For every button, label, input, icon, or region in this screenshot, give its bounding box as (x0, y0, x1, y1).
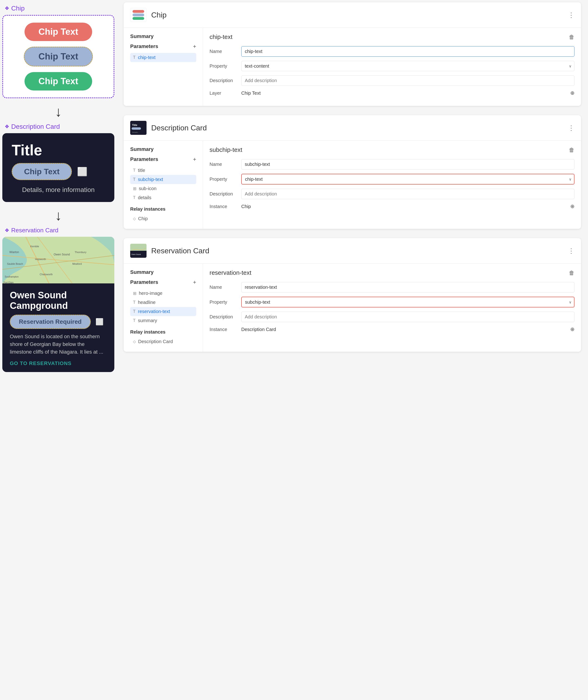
chip-property-label: Property (209, 63, 237, 69)
desc-name-label: Name (209, 162, 237, 167)
res-card-title: Reservation Card (151, 247, 563, 255)
desc-relay-label: Relay instances (130, 206, 196, 212)
chip-right-col: chip-text 🗑 Name Property text-content ∨ (203, 28, 581, 106)
res-add-param[interactable]: + (193, 279, 196, 286)
res-trash-icon[interactable]: 🗑 (569, 270, 574, 276)
chip-property-row: Property text-content ∨ (209, 61, 574, 71)
chip-name-row: Name (209, 46, 574, 57)
res-property-select[interactable]: subchip-text (241, 297, 574, 307)
res-params-label: Parameters (130, 279, 158, 285)
desc-title-label: Description Card (11, 123, 60, 130)
chip-desc-row: Description (209, 75, 574, 86)
chip-title-label: Chip (11, 5, 25, 12)
chip-layer-value: Chip Text ⊕ (241, 90, 574, 96)
res-param-reservation-text[interactable]: T reservation-text (130, 307, 196, 316)
res-property-wrapper: subchip-text ∨ (241, 297, 574, 307)
chip-target-icon[interactable]: ⊕ (570, 90, 574, 96)
svg-text:Meaford: Meaford (72, 262, 82, 265)
chip-section: ❖ Chip Chip Text Chip Text Chip Text (5, 5, 112, 98)
res-card-body: Summary Parameters + ⊞ hero-image T head… (124, 264, 581, 352)
chip-name-input[interactable] (241, 46, 574, 57)
chip-trash-icon[interactable]: 🗑 (569, 34, 574, 40)
chip-left-col: Summary Parameters + T chip-text (124, 28, 203, 106)
svg-rect-17 (132, 127, 141, 130)
map-svg: Wiarton Kemble Sauble Beach Hepworth Owe… (2, 237, 114, 283)
desc-param-subchip-text[interactable]: T subchip-text (130, 175, 196, 184)
desc-param-sub-icon-label: sub-icon (139, 186, 156, 191)
chip-red: Chip Text (24, 23, 92, 41)
chip-summary-label: Summary (130, 33, 196, 39)
desc-card-title: Description Card (151, 124, 563, 132)
res-instance-row: Instance Description Card ⊕ (209, 326, 574, 332)
res-section: ❖ Reservation Card Wiarton (5, 227, 112, 372)
chip-desc-label: Description (209, 78, 237, 83)
chip-layer-label: Layer (209, 91, 237, 96)
desc-target-icon[interactable]: ⊕ (570, 203, 574, 209)
desc-summary-label: Summary (130, 146, 196, 152)
res-name-input[interactable] (241, 282, 574, 293)
chip-diamond-icon: ❖ (5, 5, 9, 11)
desc-name-row: Name (209, 159, 574, 170)
chip-param-icon: T (133, 55, 135, 60)
res-chip: Reservation Required (10, 315, 91, 329)
svg-text:Wiarton: Wiarton (9, 251, 19, 254)
svg-text:Owen Sound: Owen Sound (131, 254, 141, 255)
res-thumb-svg: Owen Sound (130, 244, 146, 258)
res-target-icon[interactable]: ⊕ (570, 326, 574, 332)
desc-param-title[interactable]: T title (130, 166, 196, 175)
res-params-header: Parameters + (130, 279, 196, 286)
desc-left-col: Summary Parameters + T title T subchip-t… (124, 141, 203, 229)
desc-desc-input[interactable] (241, 189, 574, 199)
svg-text:Southampton: Southampton (5, 275, 19, 278)
arrow-down-1: ↓ (55, 105, 62, 119)
desc-property-select[interactable]: chip-text (241, 174, 574, 185)
desc-card-menu[interactable]: ⋮ (568, 124, 574, 132)
chip-right-card: Chip ⋮ Summary Parameters + T chip-text … (124, 2, 581, 106)
res-left-col: Summary Parameters + ⊞ hero-image T head… (124, 264, 203, 352)
chip-detail-header: chip-text 🗑 (209, 33, 574, 41)
chip-param-chip-text[interactable]: T chip-text (130, 53, 196, 62)
res-relay-diamond: ◇ (133, 339, 136, 344)
desc-param-title-label: title (138, 168, 145, 173)
desc-add-param[interactable]: + (193, 156, 196, 163)
res-card-menu[interactable]: ⋮ (568, 247, 574, 255)
res-name-label: Name (209, 285, 237, 290)
res-param-res-text-label: reservation-text (138, 309, 170, 314)
desc-name-input[interactable] (241, 159, 574, 170)
chip-property-wrapper: text-content ∨ (241, 61, 574, 71)
desc-param-subchip-label: subchip-text (138, 177, 163, 182)
chip-property-select[interactable]: text-content (241, 61, 574, 71)
res-cta[interactable]: GO TO RESERVATIONS (10, 360, 107, 366)
desc-right-col: subchip-text 🗑 Name Property chip-text ∨ (203, 141, 581, 229)
desc-relay-diamond: ◇ (133, 216, 136, 221)
res-param-summary[interactable]: T summary (130, 316, 196, 325)
desc-param-details[interactable]: T details (130, 193, 196, 202)
right-panel: Chip ⋮ Summary Parameters + T chip-text … (117, 0, 588, 700)
chip-layer-text: Chip Text (241, 91, 260, 96)
res-relay-desc-card[interactable]: ◇ Description Card (130, 337, 196, 346)
res-param-headline-label: headline (138, 300, 156, 305)
chip-card-body: Summary Parameters + T chip-text chip-te… (124, 28, 581, 106)
desc-param-sub-icon[interactable]: ⊞ sub-icon (130, 184, 196, 193)
res-right-col: reservation-text 🗑 Name Property subchip… (203, 264, 581, 352)
thumb-chip-red (132, 10, 144, 13)
res-right-card: Owen Sound Reservation Card ⋮ Summary Pa… (124, 238, 581, 352)
arrow-down-2: ↓ (55, 209, 62, 223)
desc-detail-header: subchip-text 🗑 (209, 146, 574, 153)
res-param-summary-label: summary (138, 318, 157, 323)
chip-card-menu[interactable]: ⋮ (568, 11, 574, 19)
res-relay-section: Relay instances ◇ Description Card (130, 329, 196, 346)
res-property-row: Property subchip-text ∨ (209, 297, 574, 307)
desc-section-title: ❖ Description Card (5, 123, 60, 130)
desc-params-label: Parameters (130, 156, 158, 162)
chip-desc-input[interactable] (241, 75, 574, 86)
res-param-headline[interactable]: T headline (130, 298, 196, 307)
res-desc-input[interactable] (241, 312, 574, 322)
desc-relay-chip[interactable]: ◇ Chip (130, 214, 196, 223)
chip-add-param[interactable]: + (193, 43, 196, 50)
res-param-hero-image[interactable]: ⊞ hero-image (130, 289, 196, 298)
desc-trash-icon[interactable]: 🗑 (569, 147, 574, 153)
res-detail-header: reservation-text 🗑 (209, 269, 574, 276)
desc-instance-row: Instance Chip ⊕ (209, 203, 574, 209)
desc-instance-text: Chip (241, 204, 251, 209)
